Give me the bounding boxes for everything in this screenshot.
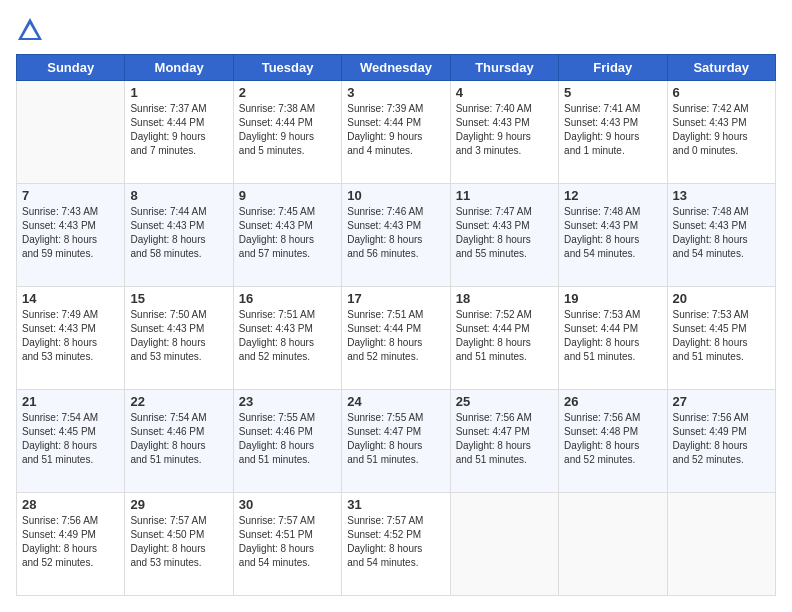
weekday-tuesday: Tuesday xyxy=(233,55,341,81)
day-number: 9 xyxy=(239,188,336,203)
day-number: 29 xyxy=(130,497,227,512)
calendar-cell: 26Sunrise: 7:56 AM Sunset: 4:48 PM Dayli… xyxy=(559,390,667,493)
calendar-cell: 13Sunrise: 7:48 AM Sunset: 4:43 PM Dayli… xyxy=(667,184,775,287)
day-info: Sunrise: 7:46 AM Sunset: 4:43 PM Dayligh… xyxy=(347,205,444,261)
day-info: Sunrise: 7:54 AM Sunset: 4:46 PM Dayligh… xyxy=(130,411,227,467)
calendar-table: SundayMondayTuesdayWednesdayThursdayFrid… xyxy=(16,54,776,596)
day-number: 23 xyxy=(239,394,336,409)
day-info: Sunrise: 7:57 AM Sunset: 4:51 PM Dayligh… xyxy=(239,514,336,570)
day-info: Sunrise: 7:41 AM Sunset: 4:43 PM Dayligh… xyxy=(564,102,661,158)
week-row-5: 28Sunrise: 7:56 AM Sunset: 4:49 PM Dayli… xyxy=(17,493,776,596)
calendar-cell: 1Sunrise: 7:37 AM Sunset: 4:44 PM Daylig… xyxy=(125,81,233,184)
calendar-cell: 30Sunrise: 7:57 AM Sunset: 4:51 PM Dayli… xyxy=(233,493,341,596)
day-number: 16 xyxy=(239,291,336,306)
day-number: 1 xyxy=(130,85,227,100)
page: SundayMondayTuesdayWednesdayThursdayFrid… xyxy=(0,0,792,612)
day-info: Sunrise: 7:57 AM Sunset: 4:50 PM Dayligh… xyxy=(130,514,227,570)
weekday-header-row: SundayMondayTuesdayWednesdayThursdayFrid… xyxy=(17,55,776,81)
calendar-cell: 18Sunrise: 7:52 AM Sunset: 4:44 PM Dayli… xyxy=(450,287,558,390)
day-info: Sunrise: 7:55 AM Sunset: 4:47 PM Dayligh… xyxy=(347,411,444,467)
calendar-cell: 14Sunrise: 7:49 AM Sunset: 4:43 PM Dayli… xyxy=(17,287,125,390)
day-number: 5 xyxy=(564,85,661,100)
day-info: Sunrise: 7:43 AM Sunset: 4:43 PM Dayligh… xyxy=(22,205,119,261)
day-info: Sunrise: 7:44 AM Sunset: 4:43 PM Dayligh… xyxy=(130,205,227,261)
day-number: 30 xyxy=(239,497,336,512)
day-info: Sunrise: 7:53 AM Sunset: 4:45 PM Dayligh… xyxy=(673,308,770,364)
day-info: Sunrise: 7:54 AM Sunset: 4:45 PM Dayligh… xyxy=(22,411,119,467)
day-info: Sunrise: 7:42 AM Sunset: 4:43 PM Dayligh… xyxy=(673,102,770,158)
calendar-cell: 9Sunrise: 7:45 AM Sunset: 4:43 PM Daylig… xyxy=(233,184,341,287)
day-number: 31 xyxy=(347,497,444,512)
day-number: 22 xyxy=(130,394,227,409)
calendar-cell: 5Sunrise: 7:41 AM Sunset: 4:43 PM Daylig… xyxy=(559,81,667,184)
day-number: 18 xyxy=(456,291,553,306)
calendar-cell xyxy=(450,493,558,596)
day-info: Sunrise: 7:56 AM Sunset: 4:49 PM Dayligh… xyxy=(22,514,119,570)
day-number: 8 xyxy=(130,188,227,203)
day-info: Sunrise: 7:49 AM Sunset: 4:43 PM Dayligh… xyxy=(22,308,119,364)
day-number: 2 xyxy=(239,85,336,100)
day-info: Sunrise: 7:48 AM Sunset: 4:43 PM Dayligh… xyxy=(564,205,661,261)
weekday-monday: Monday xyxy=(125,55,233,81)
day-info: Sunrise: 7:51 AM Sunset: 4:44 PM Dayligh… xyxy=(347,308,444,364)
day-number: 7 xyxy=(22,188,119,203)
logo xyxy=(16,16,48,44)
calendar-cell: 22Sunrise: 7:54 AM Sunset: 4:46 PM Dayli… xyxy=(125,390,233,493)
day-info: Sunrise: 7:45 AM Sunset: 4:43 PM Dayligh… xyxy=(239,205,336,261)
calendar-cell: 8Sunrise: 7:44 AM Sunset: 4:43 PM Daylig… xyxy=(125,184,233,287)
day-info: Sunrise: 7:39 AM Sunset: 4:44 PM Dayligh… xyxy=(347,102,444,158)
day-info: Sunrise: 7:55 AM Sunset: 4:46 PM Dayligh… xyxy=(239,411,336,467)
calendar-cell: 12Sunrise: 7:48 AM Sunset: 4:43 PM Dayli… xyxy=(559,184,667,287)
day-info: Sunrise: 7:57 AM Sunset: 4:52 PM Dayligh… xyxy=(347,514,444,570)
calendar-cell: 4Sunrise: 7:40 AM Sunset: 4:43 PM Daylig… xyxy=(450,81,558,184)
logo-icon xyxy=(16,16,44,44)
calendar-cell: 17Sunrise: 7:51 AM Sunset: 4:44 PM Dayli… xyxy=(342,287,450,390)
calendar-cell: 29Sunrise: 7:57 AM Sunset: 4:50 PM Dayli… xyxy=(125,493,233,596)
calendar-cell xyxy=(667,493,775,596)
weekday-sunday: Sunday xyxy=(17,55,125,81)
day-number: 21 xyxy=(22,394,119,409)
day-number: 24 xyxy=(347,394,444,409)
day-info: Sunrise: 7:51 AM Sunset: 4:43 PM Dayligh… xyxy=(239,308,336,364)
day-number: 12 xyxy=(564,188,661,203)
weekday-wednesday: Wednesday xyxy=(342,55,450,81)
day-info: Sunrise: 7:40 AM Sunset: 4:43 PM Dayligh… xyxy=(456,102,553,158)
calendar-cell: 24Sunrise: 7:55 AM Sunset: 4:47 PM Dayli… xyxy=(342,390,450,493)
week-row-1: 1Sunrise: 7:37 AM Sunset: 4:44 PM Daylig… xyxy=(17,81,776,184)
day-info: Sunrise: 7:56 AM Sunset: 4:49 PM Dayligh… xyxy=(673,411,770,467)
day-info: Sunrise: 7:56 AM Sunset: 4:48 PM Dayligh… xyxy=(564,411,661,467)
weekday-saturday: Saturday xyxy=(667,55,775,81)
day-number: 6 xyxy=(673,85,770,100)
calendar-cell: 21Sunrise: 7:54 AM Sunset: 4:45 PM Dayli… xyxy=(17,390,125,493)
calendar-cell: 2Sunrise: 7:38 AM Sunset: 4:44 PM Daylig… xyxy=(233,81,341,184)
day-info: Sunrise: 7:52 AM Sunset: 4:44 PM Dayligh… xyxy=(456,308,553,364)
day-number: 17 xyxy=(347,291,444,306)
calendar-cell: 31Sunrise: 7:57 AM Sunset: 4:52 PM Dayli… xyxy=(342,493,450,596)
calendar-cell: 16Sunrise: 7:51 AM Sunset: 4:43 PM Dayli… xyxy=(233,287,341,390)
calendar-cell: 15Sunrise: 7:50 AM Sunset: 4:43 PM Dayli… xyxy=(125,287,233,390)
day-number: 26 xyxy=(564,394,661,409)
day-number: 14 xyxy=(22,291,119,306)
day-info: Sunrise: 7:38 AM Sunset: 4:44 PM Dayligh… xyxy=(239,102,336,158)
calendar-cell: 19Sunrise: 7:53 AM Sunset: 4:44 PM Dayli… xyxy=(559,287,667,390)
day-number: 19 xyxy=(564,291,661,306)
day-info: Sunrise: 7:37 AM Sunset: 4:44 PM Dayligh… xyxy=(130,102,227,158)
day-number: 27 xyxy=(673,394,770,409)
calendar-cell: 28Sunrise: 7:56 AM Sunset: 4:49 PM Dayli… xyxy=(17,493,125,596)
calendar-cell: 7Sunrise: 7:43 AM Sunset: 4:43 PM Daylig… xyxy=(17,184,125,287)
week-row-2: 7Sunrise: 7:43 AM Sunset: 4:43 PM Daylig… xyxy=(17,184,776,287)
header xyxy=(16,16,776,44)
day-info: Sunrise: 7:53 AM Sunset: 4:44 PM Dayligh… xyxy=(564,308,661,364)
calendar-cell xyxy=(559,493,667,596)
day-number: 3 xyxy=(347,85,444,100)
day-number: 11 xyxy=(456,188,553,203)
calendar-cell: 27Sunrise: 7:56 AM Sunset: 4:49 PM Dayli… xyxy=(667,390,775,493)
day-number: 25 xyxy=(456,394,553,409)
weekday-thursday: Thursday xyxy=(450,55,558,81)
calendar-cell: 6Sunrise: 7:42 AM Sunset: 4:43 PM Daylig… xyxy=(667,81,775,184)
calendar-cell: 11Sunrise: 7:47 AM Sunset: 4:43 PM Dayli… xyxy=(450,184,558,287)
weekday-friday: Friday xyxy=(559,55,667,81)
day-number: 28 xyxy=(22,497,119,512)
day-info: Sunrise: 7:48 AM Sunset: 4:43 PM Dayligh… xyxy=(673,205,770,261)
calendar-cell: 10Sunrise: 7:46 AM Sunset: 4:43 PM Dayli… xyxy=(342,184,450,287)
